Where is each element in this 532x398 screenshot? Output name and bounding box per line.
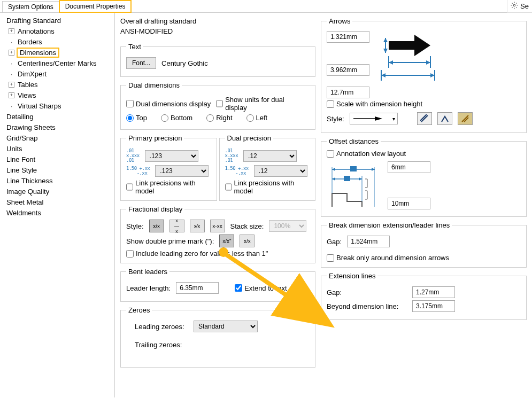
leader-length-label: Leader length:	[126, 284, 171, 292]
frac-style-text[interactable]: x-xx	[210, 220, 225, 232]
break-only-around-arrows-checkbox[interactable]: Break only around dimension arrows	[327, 254, 521, 262]
radio-bottom[interactable]: Bottom	[161, 114, 192, 122]
svg-marker-7	[426, 60, 430, 65]
arrow-size-1[interactable]	[327, 31, 369, 43]
frac-style-horizontal[interactable]: x—x	[169, 220, 184, 232]
tree-centerlines[interactable]: Centerlines/Center Marks	[0, 58, 114, 68]
include-leading-zero-checkbox[interactable]: Include leading zero for values less tha…	[126, 249, 310, 257]
svg-marker-6	[389, 60, 393, 65]
prime-on[interactable]: x/x"	[219, 235, 234, 247]
tree-detailing[interactable]: Detailing	[0, 111, 114, 122]
ext-beyond-label: Beyond dimension line:	[327, 302, 407, 310]
svg-marker-16	[375, 116, 382, 121]
svg-marker-26	[332, 168, 335, 171]
svg-marker-11	[381, 73, 385, 77]
precision-icon: .01x.xxx.01	[126, 149, 140, 163]
arrow-style-label: Style:	[327, 115, 344, 123]
tree-annotations[interactable]: +Annotations	[0, 26, 114, 36]
offset-1-input[interactable]	[388, 161, 430, 173]
font-button[interactable]: Font...	[126, 57, 156, 69]
tree-tables[interactable]: +Tables	[0, 79, 114, 90]
tree-line-font[interactable]: Line Font	[0, 154, 114, 165]
text-group: Text Font... Century Gothic	[120, 43, 315, 77]
link-precisions-dual[interactable]: Link precisions with model	[225, 179, 310, 195]
primary-precision-1[interactable]: .123	[145, 150, 198, 162]
offset-legend: Offset distances	[327, 137, 381, 145]
radio-top[interactable]: Top	[126, 114, 147, 122]
show-units-checkbox[interactable]: Show units for dual display	[216, 96, 291, 112]
tree-line-style[interactable]: Line Style	[0, 165, 114, 175]
tree-drafting-standard[interactable]: Drafting Standard	[0, 15, 114, 26]
offset-2-input[interactable]	[388, 198, 430, 209]
arrow-attach-1[interactable]	[417, 112, 432, 125]
svg-rect-24	[344, 176, 350, 181]
radio-left[interactable]: Left	[246, 114, 268, 122]
tree-views[interactable]: +Views	[0, 90, 114, 100]
leading-zeroes-label: Leading zeroes:	[135, 323, 188, 331]
overall-label: Overall drafting standard	[120, 17, 315, 25]
ext-lines-legend: Extension lines	[327, 272, 377, 280]
tree-units[interactable]: Units	[0, 143, 114, 154]
arrow-diagram	[378, 29, 437, 83]
gear-icon	[511, 2, 518, 11]
leading-zeroes-select[interactable]: Standard	[194, 321, 258, 332]
tab-system-options[interactable]: System Options	[2, 1, 59, 12]
tree-drawing-sheets[interactable]: Drawing Sheets	[0, 122, 114, 132]
search-label: Se	[520, 2, 529, 10]
dual-precision-legend: Dual precision	[225, 134, 273, 142]
radio-right[interactable]: Right	[206, 114, 232, 122]
dual-dim-legend: Dual dimensions	[126, 81, 182, 89]
tree-dimensions[interactable]: +Dimensions	[0, 47, 114, 58]
arrow-attach-2[interactable]	[437, 112, 452, 125]
arrows-legend: Arrows	[327, 17, 352, 25]
precision-icon: .01x.xxx.01	[225, 149, 238, 163]
overall-value: ANSI-MODIFIED	[120, 27, 315, 35]
offset-distances-group: Offset distances Annotation view layout	[321, 137, 527, 217]
arrow-size-3[interactable]	[327, 87, 369, 98]
tree-grid-snap[interactable]: Grid/Snap	[0, 132, 114, 143]
tree-sheet-metal[interactable]: Sheet Metal	[0, 197, 114, 207]
svg-marker-1	[389, 35, 430, 56]
tree-line-thickness[interactable]: Line Thickness	[0, 175, 114, 186]
link-precisions-primary[interactable]: Link precisions with model	[126, 179, 211, 195]
ext-gap-input[interactable]	[412, 286, 455, 298]
arrow-style-select[interactable]: ▾	[350, 113, 398, 124]
break-dimension-group: Break dimension extension/leader lines G…	[321, 221, 527, 268]
zeroes-group: Zeroes Leading zeroes: Standard Trailing…	[120, 306, 315, 368]
tolerance-icon: 1.50 +.xx -.xx	[225, 166, 249, 176]
extension-lines-group: Extension lines Gap: Beyond dimension li…	[321, 272, 527, 320]
svg-marker-22	[332, 177, 335, 181]
extend-to-text-checkbox[interactable]: Extend to text	[235, 284, 287, 292]
arrow-size-2[interactable]	[327, 64, 369, 76]
tree-dimxpert[interactable]: DimXpert	[0, 68, 114, 79]
dual-dimensions-display-checkbox[interactable]: Dual dimensions display	[126, 100, 211, 108]
ext-beyond-input[interactable]	[412, 300, 455, 312]
arrows-group: Arrows	[321, 17, 527, 133]
tree-borders[interactable]: Borders	[0, 36, 114, 47]
search-box[interactable]: Se	[507, 0, 532, 13]
tree-image-quality[interactable]: Image Quality	[0, 186, 114, 197]
frac-style-stacked[interactable]: x/x	[149, 220, 164, 232]
scale-with-dim-height-checkbox[interactable]: Scale with dimension height	[327, 100, 521, 108]
stack-size-select[interactable]: 100%	[269, 220, 306, 232]
frac-style-diagonal[interactable]: x⁄x	[190, 220, 205, 232]
tab-document-properties[interactable]: Document Properties	[59, 0, 132, 13]
prime-off[interactable]: x/x	[240, 235, 255, 247]
svg-marker-27	[372, 168, 375, 171]
break-gap-input[interactable]	[347, 236, 390, 247]
sidebar-tree: Drafting Standard +Annotations Borders +…	[0, 13, 115, 397]
dual-precision-2[interactable]: .12	[254, 165, 307, 177]
dual-dimensions-group: Dual dimensions Dual dimensions display …	[120, 81, 315, 130]
arrow-attach-3[interactable]	[458, 112, 473, 125]
annotation-view-layout-checkbox[interactable]: Annotation view layout	[327, 150, 521, 158]
svg-marker-4	[383, 49, 388, 53]
primary-precision-2[interactable]: .123	[155, 165, 209, 177]
tree-virtual-sharps[interactable]: Virtual Sharps	[0, 100, 114, 111]
font-name: Century Gothic	[161, 59, 208, 67]
leader-length-input[interactable]	[176, 282, 219, 294]
bent-leaders-legend: Bent leaders	[126, 268, 169, 276]
dual-precision-1[interactable]: .12	[243, 150, 297, 162]
primary-precision-legend: Primary precision	[126, 134, 184, 142]
break-dim-legend: Break dimension extension/leader lines	[327, 221, 452, 229]
tree-weldments[interactable]: Weldments	[0, 207, 114, 218]
